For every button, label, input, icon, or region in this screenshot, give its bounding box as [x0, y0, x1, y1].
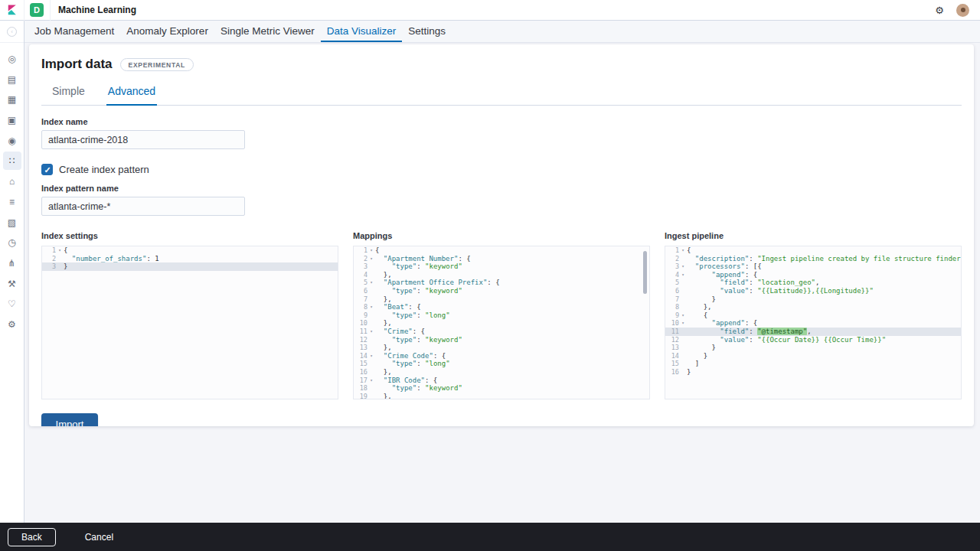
index-settings-editor-column: Index settings1▾{2 "number_of_shards": 1… [41, 231, 338, 399]
tab-settings[interactable]: Settings [402, 21, 452, 42]
line-number: 4 [354, 271, 368, 279]
code-text: "type": "keyword" [375, 287, 462, 295]
line-number: 13 [665, 344, 679, 352]
code-line: 6 "value": "{{Latitude}},{{Longitude}}" [665, 287, 961, 295]
index-pattern-name-input[interactable] [41, 197, 245, 216]
code-line: 7 } [665, 295, 961, 304]
fold-arrow-icon[interactable]: ▾ [368, 246, 375, 255]
mappings-code-editor[interactable]: 1▾{2▾ "Apartment Number": {3 "type": "ke… [353, 246, 650, 399]
uptime-icon[interactable]: ◷ [3, 233, 21, 252]
header-divider [50, 0, 51, 21]
graph-icon[interactable]: ⋔ [3, 254, 21, 272]
line-number: 15 [665, 360, 679, 368]
line-number: 1 [42, 246, 56, 255]
fold-arrow-icon[interactable]: ▾ [368, 255, 375, 263]
canvas-icon[interactable]: ▣ [3, 111, 21, 129]
code-text: } [687, 344, 716, 352]
code-line: 12 "value": "{{Occur Date}} {{Occur Time… [665, 336, 961, 344]
monitoring-icon[interactable]: ♡ [3, 295, 21, 313]
tab-single-metric-viewer[interactable]: Single Metric Viewer [214, 21, 321, 42]
line-number: 6 [665, 287, 679, 295]
code-text: ] [687, 360, 699, 368]
dev-tools-icon[interactable]: ⚒ [3, 275, 21, 293]
fold-gutter [679, 336, 687, 344]
code-line: 10 }, [354, 319, 649, 328]
subtab-advanced[interactable]: Advanced [106, 78, 157, 106]
subtab-simple[interactable]: Simple [51, 78, 87, 106]
fold-arrow-icon[interactable]: ▾ [679, 246, 687, 255]
fold-arrow-icon[interactable]: ▾ [56, 246, 64, 255]
gear-icon[interactable]: ⚙ [935, 5, 944, 16]
fold-gutter [368, 360, 375, 368]
fold-gutter [368, 336, 375, 344]
ingest-pipeline-code-editor[interactable]: 1▾{2 "description": "Ingest pipeline cre… [665, 246, 962, 399]
code-text: { [375, 246, 379, 255]
code-text: "Beat": { [375, 303, 421, 311]
space-badge[interactable]: D [30, 3, 44, 17]
fold-arrow-icon[interactable]: ▾ [679, 319, 687, 328]
visualize-icon[interactable]: ▤ [3, 70, 21, 89]
line-number: 9 [665, 311, 679, 320]
fold-arrow-icon[interactable]: ▾ [679, 262, 687, 271]
index-settings-code-editor[interactable]: 1▾{2 "number_of_shards": 13} [41, 246, 338, 399]
line-number: 16 [354, 368, 368, 377]
logs-icon[interactable]: ≡ [3, 193, 21, 211]
code-text: "append": { [687, 271, 757, 279]
fold-gutter [679, 295, 687, 304]
fold-gutter [368, 319, 375, 328]
code-text: }, [375, 271, 392, 279]
code-text: }, [687, 303, 712, 311]
fold-gutter [56, 262, 64, 271]
page-title: Import data [41, 57, 113, 72]
code-line: 10▾ "append": { [665, 319, 961, 328]
fold-gutter [679, 303, 687, 311]
user-avatar[interactable] [956, 4, 969, 17]
fold-gutter [368, 393, 375, 399]
code-text: "type": "keyword" [375, 336, 462, 344]
fold-arrow-icon[interactable]: ▾ [368, 303, 375, 311]
code-line: 18 "type": "keyword" [354, 384, 649, 393]
line-number: 19 [354, 393, 368, 399]
machine-learning-icon[interactable]: ∷ [3, 152, 21, 170]
fold-gutter [679, 360, 687, 368]
fold-arrow-icon[interactable]: ▾ [368, 279, 375, 287]
fold-arrow-icon[interactable]: ▾ [368, 377, 375, 385]
dashboard-icon[interactable]: ▦ [3, 90, 21, 109]
fold-arrow-icon[interactable]: ▾ [368, 352, 375, 360]
kibana-logo-icon [5, 4, 18, 17]
sidebar-icon-list: ◎▤▦▣◉∷⌂≡▧◷⋔⚒♡⚙ [3, 43, 21, 336]
code-text: "Crime Code": { [375, 352, 446, 360]
code-line: 3▾ "processors": [{ [665, 262, 961, 271]
code-text: }, [375, 368, 392, 377]
tab-job-management[interactable]: Job Management [28, 21, 120, 42]
index-name-input[interactable] [41, 130, 245, 149]
create-index-pattern-checkbox[interactable] [41, 164, 53, 175]
fold-gutter [679, 287, 687, 295]
fold-arrow-icon[interactable]: ▾ [368, 328, 375, 336]
back-button[interactable]: Back [8, 528, 56, 546]
apm-icon[interactable]: ▧ [3, 214, 21, 232]
code-line: 5▾ "Apartment Office Prefix": { [354, 279, 649, 287]
maps-icon[interactable]: ◉ [3, 132, 21, 150]
tab-anomaly-explorer[interactable]: Anomaly Explorer [120, 21, 214, 42]
import-data-panel: Import data EXPERIMENTAL SimpleAdvanced … [29, 44, 974, 426]
kibana-logo[interactable] [0, 0, 24, 21]
management-icon[interactable]: ⚙ [3, 315, 21, 334]
collapse-sidebar-icon[interactable]: ‹ [7, 27, 17, 37]
infrastructure-icon[interactable]: ⌂ [3, 172, 21, 191]
fold-arrow-icon[interactable]: ▾ [679, 271, 687, 279]
tab-data-visualizer[interactable]: Data Visualizer [321, 21, 403, 42]
app-title: Machine Learning [58, 5, 136, 15]
fold-arrow-icon[interactable]: ▾ [679, 311, 687, 320]
kibana-app: D Machine Learning ⚙ ‹ ◎▤▦▣◉∷⌂≡▧◷⋔⚒♡⚙ Jo… [0, 0, 980, 551]
line-number: 4 [665, 271, 679, 279]
cancel-button[interactable]: Cancel [85, 532, 113, 543]
discover-icon[interactable]: ◎ [3, 50, 21, 68]
import-button[interactable]: Import [41, 413, 98, 426]
bottom-bar: Back Cancel [0, 523, 980, 551]
line-number: 2 [354, 255, 368, 263]
code-line: 13 } [665, 344, 961, 352]
editor-scrollbar[interactable] [643, 251, 647, 294]
line-number: 7 [354, 295, 368, 304]
line-number: 13 [354, 344, 368, 352]
